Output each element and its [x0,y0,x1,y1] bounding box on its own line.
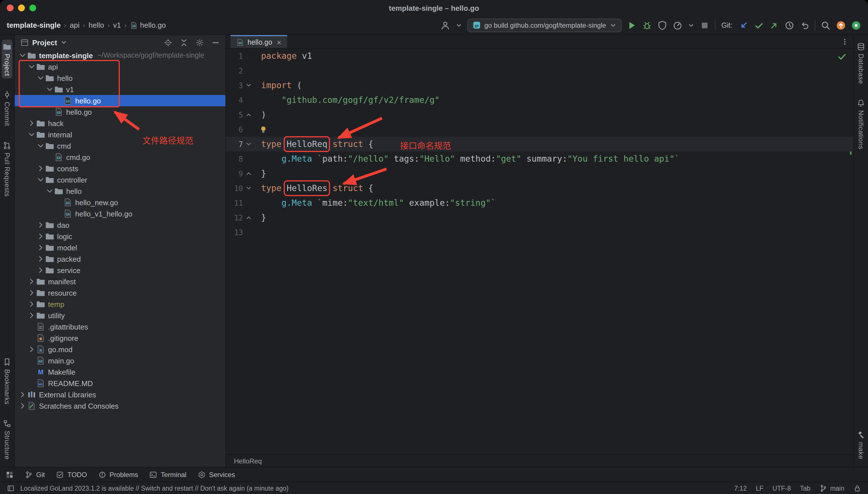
chevron-expanded-icon[interactable] [45,85,54,94]
chevron-collapsed-icon[interactable] [27,300,36,309]
coverage-button[interactable] [657,20,667,30]
close-button[interactable] [7,4,14,11]
fold-marker-icon[interactable] [243,214,254,222]
lock-icon[interactable] [853,484,861,492]
tree-item-model[interactable]: model [15,242,226,253]
line-separator[interactable]: LF [756,485,764,492]
chevron-expanded-icon[interactable] [27,62,36,71]
toolwindow-button-todo[interactable]: TODO [56,471,87,478]
chevron-collapsed-icon[interactable] [36,164,45,173]
toolwindow-button-notifications[interactable]: Notifications [855,96,866,152]
tree-item-controller[interactable]: controller [15,174,226,185]
editor-breadcrumb[interactable]: HelloReq [234,457,262,465]
toolwindow-button-make[interactable]: make [855,428,866,462]
code-line-3[interactable]: 3import ( [226,78,853,93]
update-project-button[interactable] [738,20,749,30]
chevron-collapsed-icon[interactable] [36,254,45,263]
tree-item-utility[interactable]: utility [15,310,226,321]
tree-item-main-go[interactable]: GOmain.go [15,355,226,366]
fold-marker-icon[interactable] [243,111,254,119]
file-encoding[interactable]: UTF-8 [772,485,791,492]
hide-panel-icon[interactable] [211,38,220,46]
tree-item-dao[interactable]: dao [15,219,226,231]
code-line-11[interactable]: 11 g.Meta `mime:"text/html" example:"str… [226,195,853,210]
chevron-collapsed-icon[interactable] [36,221,45,229]
tool-windows-icon[interactable] [6,471,14,478]
code-line-4[interactable]: 4 "github.com/gogf/gf/v2/frame/g" [226,93,853,108]
chevron-expanded-icon[interactable] [45,187,54,195]
status-message[interactable]: Localized GoLand 2023.1.2 is available /… [20,485,289,492]
minimize-button[interactable] [18,4,25,11]
caret-position[interactable]: 7:12 [734,485,747,492]
chevron-collapsed-icon[interactable] [27,311,36,320]
toolwindow-button-bookmarks[interactable]: Bookmarks [2,355,13,407]
tree-item-api[interactable]: api [15,61,226,72]
tab-hello-go[interactable]: GO hello.go × [231,35,287,48]
tree-item-gitignore[interactable]: .gitignore [15,332,226,344]
breadcrumb-item-hello-go[interactable]: GOhello.go [130,21,166,30]
chevron-down-icon[interactable] [456,22,462,28]
indent-style[interactable]: Tab [800,485,810,492]
update-available-icon[interactable] [836,20,846,30]
tree-item-hack[interactable]: hack [15,118,226,129]
tree-item-hello-go[interactable]: GOhello.go [15,106,226,118]
git-branch-widget[interactable]: main [819,484,844,492]
code-line-13[interactable]: 13 [226,225,853,240]
chevron-collapsed-icon[interactable] [18,390,27,399]
settings-icon[interactable] [195,38,204,46]
tree-item-v1[interactable]: v1 [15,84,226,95]
push-button[interactable] [769,20,779,30]
tree-item-logic[interactable]: logic [15,231,226,242]
tree-item-scratches-and-consoles[interactable]: Scratches and Consoles [15,400,226,412]
tree-item-hello-v1-hello-go[interactable]: GOhello_v1_hello.go [15,208,226,219]
locate-icon[interactable] [164,38,172,46]
run-button[interactable] [626,20,637,30]
tree-item-hello[interactable]: hello [15,185,226,197]
tree-item-service[interactable]: service [15,265,226,276]
tree-item-external-libraries[interactable]: External Libraries [15,389,226,400]
debug-button[interactable] [642,20,652,30]
tree-item-cmd[interactable]: cmd [15,140,226,151]
tree-item-internal[interactable]: internal [15,129,226,140]
toolwindow-button-database[interactable]: Database [855,40,866,87]
chevron-collapsed-icon[interactable] [36,266,45,275]
chevron-collapsed-icon[interactable] [27,277,36,286]
zoom-button[interactable] [30,4,36,11]
chevron-expanded-icon[interactable] [36,175,45,184]
fold-marker-icon[interactable] [243,140,254,148]
more-options-icon[interactable] [841,38,849,45]
run-config-select[interactable]: go go build github.com/gogf/template-sin… [467,18,621,32]
code-line-9[interactable]: 9} [226,166,853,181]
tree-item-hello[interactable]: hello [15,72,226,84]
code-line-12[interactable]: 12} [226,210,853,225]
chevron-expanded-icon[interactable] [36,74,45,82]
tree-item-template-single[interactable]: template-single~/Workspace/gogf/template… [15,50,226,61]
toolwindow-button-problems[interactable]: Problems [98,471,138,478]
history-button[interactable] [784,20,794,30]
code-line-5[interactable]: 5) [226,108,853,122]
rollback-button[interactable] [799,20,810,30]
fold-marker-icon[interactable] [243,184,254,192]
chevron-collapsed-icon[interactable] [36,232,45,241]
breadcrumb-item-v1[interactable]: v1 [113,21,121,30]
breadcrumb-item-api[interactable]: api [70,21,80,30]
tree-item-hello-new-go[interactable]: GOhello_new.go [15,197,226,208]
chevron-collapsed-icon[interactable] [27,288,36,297]
tree-item-cmd-go[interactable]: GOcmd.go [15,151,226,163]
toolwindow-button-services[interactable]: Services [198,471,235,478]
chevron-expanded-icon[interactable] [27,130,36,139]
chevron-expanded-icon[interactable] [36,141,45,150]
fold-marker-icon[interactable] [243,81,254,89]
tree-item-makefile[interactable]: MMakefile [15,366,226,378]
code-line-7[interactable]: 7type HelloReq struct {接口命名规范 [226,137,853,151]
fold-marker-icon[interactable] [243,170,254,177]
toolwindow-button-structure[interactable]: Structure [2,416,13,462]
chevron-expanded-icon[interactable] [18,51,27,60]
tree-item-manifest[interactable]: manifest [15,276,226,287]
panel-toggle-icon[interactable] [7,484,15,492]
toolwindow-button-terminal[interactable]: Terminal [150,471,187,478]
commit-button[interactable] [754,20,764,30]
tree-item-hello-go[interactable]: GOhello.go [15,95,226,106]
search-icon[interactable] [821,20,831,30]
toolwindow-button-project[interactable]: Project [2,40,13,79]
